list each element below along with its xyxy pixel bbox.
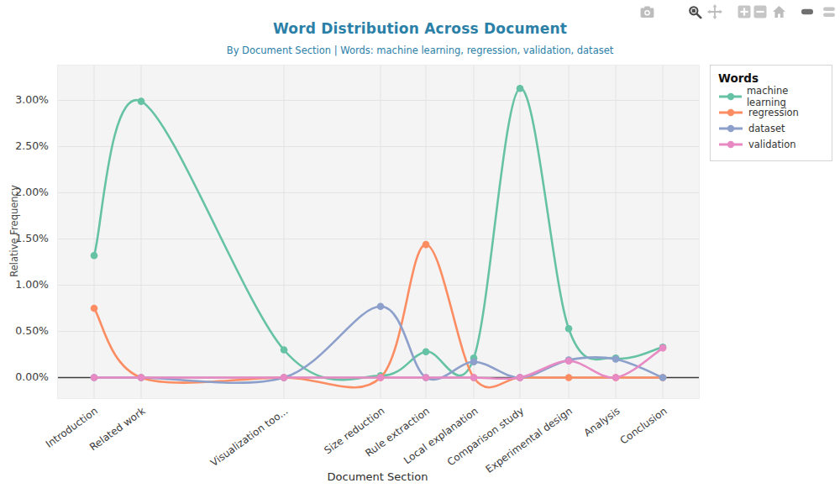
x-tick-label: Experimental design	[484, 405, 575, 475]
minus-square-icon	[753, 5, 767, 18]
y-tick-label: 1.50%	[15, 232, 49, 244]
pan-arrows-icon	[707, 4, 722, 19]
y-tick-label: 2.50%	[15, 139, 49, 152]
y-tick-label: 2.00%	[15, 186, 49, 198]
y-axis-tick-labels: 0.00%0.50%1.00%1.50%2.00%2.50%3.00%	[0, 0, 50, 504]
legend-item-label: dataset	[748, 123, 785, 134]
legend-title: Words	[718, 71, 825, 85]
hover-compare-button[interactable]	[822, 4, 837, 19]
y-tick-label: 0.00%	[15, 370, 49, 383]
legend-item-dataset[interactable]: dataset	[718, 120, 825, 136]
hover-compare-icon	[822, 6, 837, 18]
y-tick-label: 1.00%	[15, 278, 49, 291]
legend-swatch-icon	[718, 123, 743, 134]
legend-swatch-icon	[718, 139, 743, 150]
zoom-in-button[interactable]	[738, 4, 751, 19]
x-axis-tick-labels: IntroductionRelated workVisualization to…	[57, 0, 698, 504]
hover-closest-button[interactable]	[800, 4, 815, 19]
legend-item-label: machine learning	[747, 85, 825, 108]
x-tick-label: Comparison study	[445, 405, 526, 468]
y-tick-label: 0.50%	[15, 324, 49, 337]
legend: Words machine learningregressiondatasetv…	[710, 65, 832, 161]
x-tick-label: Conclusion	[617, 405, 669, 447]
x-tick-label: Visualization too...	[208, 405, 290, 469]
legend-item-machine-learning[interactable]: machine learning	[718, 88, 825, 104]
legend-item-label: regression	[748, 107, 799, 118]
zoom-out-button[interactable]	[753, 4, 767, 19]
legend-swatch-icon	[718, 108, 743, 118]
reset-axes-button[interactable]	[772, 4, 786, 19]
pan-mode-button[interactable]	[707, 4, 722, 19]
hover-closest-icon	[800, 7, 815, 17]
legend-item-validation[interactable]: validation	[718, 136, 825, 152]
home-icon	[772, 5, 786, 18]
plotly-chart: Word Distribution Across Document By Doc…	[0, 0, 840, 504]
x-tick-label: Analysis	[581, 405, 622, 438]
legend-item-label: validation	[748, 139, 796, 150]
y-tick-label: 3.00%	[15, 93, 49, 106]
legend-items: machine learningregressiondatasetvalidat…	[718, 88, 825, 152]
x-axis-title: Document Section	[57, 470, 698, 483]
plus-square-icon	[738, 5, 751, 18]
legend-swatch-icon	[718, 92, 742, 102]
